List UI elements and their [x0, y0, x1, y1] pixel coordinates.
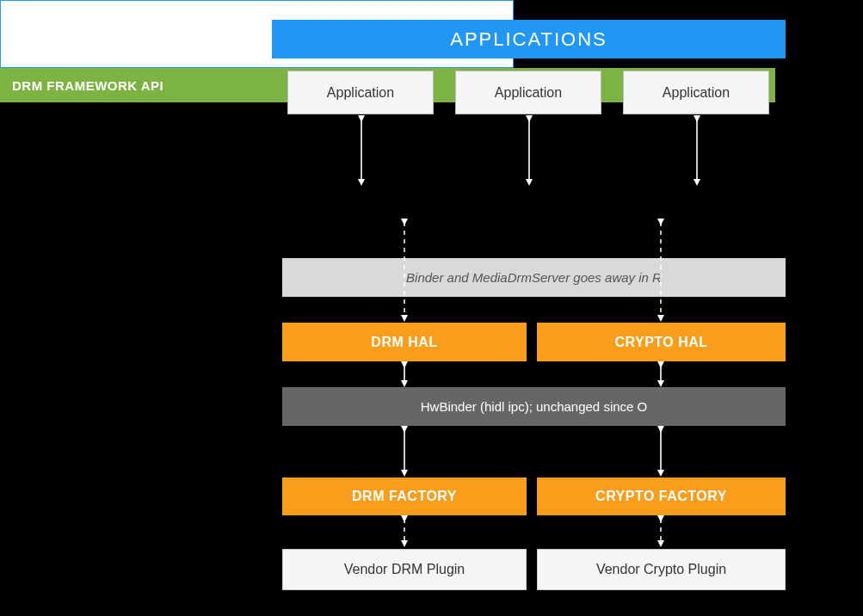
- drm-hal: DRM HAL: [282, 323, 527, 361]
- hwbinder-bar: HwBinder (hidl ipc); unchanged since O: [282, 387, 786, 426]
- vendor-drm-plugin: Vendor DRM Plugin: [282, 549, 527, 590]
- application-box: Application: [455, 71, 601, 114]
- application-box: Application: [623, 71, 769, 114]
- binder-note: Binder and MediaDrmServer goes away in R: [282, 258, 786, 297]
- crypto-factory: CRYPTO FACTORY: [537, 477, 786, 515]
- applications-header: APPLICATIONS: [272, 20, 786, 59]
- application-box: Application: [287, 71, 434, 114]
- crypto-hal: CRYPTO HAL: [537, 323, 786, 361]
- drm-factory: DRM FACTORY: [282, 477, 527, 515]
- vendor-crypto-plugin: Vendor Crypto Plugin: [537, 549, 786, 590]
